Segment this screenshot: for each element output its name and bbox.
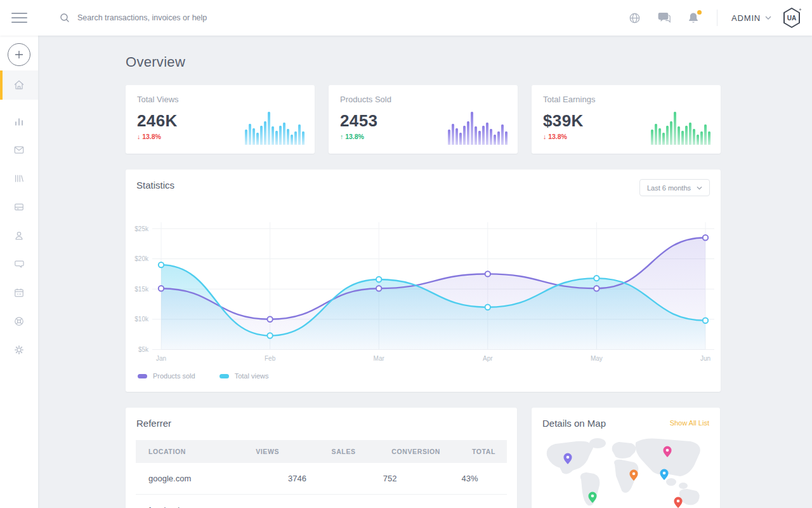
- page-title: Overview: [126, 54, 721, 70]
- add-button[interactable]: [8, 43, 30, 66]
- data-point: [267, 317, 272, 322]
- spark-bar: [662, 133, 665, 145]
- spark-bar: [275, 131, 278, 145]
- data-point: [485, 271, 490, 276]
- bottom-row: Referrer LOCATION VIEWS SALES CONVERSION…: [126, 408, 721, 508]
- spark-bar: [452, 124, 454, 145]
- spark-bar: [666, 126, 669, 145]
- spark-bar: [486, 123, 488, 145]
- table-cell: facebook.com: [136, 505, 247, 508]
- plus-icon: [14, 50, 24, 60]
- chevron-down-icon: [765, 16, 771, 20]
- spark-bar: [260, 126, 263, 145]
- data-point: [594, 286, 599, 291]
- spark-bar: [294, 131, 297, 145]
- legend-label: Products sold: [153, 372, 195, 380]
- column-header: VIEWS: [225, 448, 310, 455]
- table-row: facebook.com: [136, 495, 507, 508]
- svg-text:Jun: Jun: [700, 355, 710, 362]
- billing-card-icon: [13, 201, 25, 213]
- spark-bar: [475, 126, 477, 145]
- sparkline-bars: [651, 112, 710, 145]
- app-logo[interactable]: UA: [782, 7, 802, 29]
- map-pin-central-asia[interactable]: [660, 469, 669, 481]
- data-point: [703, 318, 708, 323]
- bar-chart-icon: [13, 115, 25, 128]
- data-point: [594, 276, 599, 281]
- sidebar-item-messages[interactable]: [0, 135, 38, 164]
- sidebar-item-home[interactable]: [0, 70, 38, 100]
- svg-text:$10k: $10k: [134, 316, 149, 323]
- column-header: TOTAL: [455, 448, 507, 455]
- sidebar-item-calendar[interactable]: [0, 278, 38, 307]
- sidebar-item-analytics[interactable]: [0, 107, 38, 135]
- sidebar-item-library[interactable]: [0, 164, 38, 192]
- legend-item: Products sold: [138, 372, 195, 380]
- map-panel: Details on Map Show All List: [532, 408, 720, 508]
- topbar: ADMIN UA: [0, 0, 812, 36]
- spark-bar: [459, 133, 462, 145]
- sidebar: [0, 36, 38, 508]
- card-label: Total Earnings: [543, 95, 709, 104]
- spark-bar: [455, 128, 458, 145]
- spark-bar: [655, 124, 657, 145]
- spark-bar: [298, 124, 301, 145]
- notifications-icon[interactable]: [688, 12, 699, 24]
- data-point: [376, 286, 381, 291]
- spark-bar: [463, 126, 466, 145]
- spark-bar: [256, 133, 259, 145]
- map-pin-oceania[interactable]: [674, 497, 683, 508]
- user-icon: [13, 229, 25, 242]
- svg-text:$20k: $20k: [134, 255, 149, 262]
- sidebar-item-billing[interactable]: [0, 192, 38, 221]
- stat-card-products-sold: Products Sold 2453 ↑ 13.8%: [329, 85, 518, 154]
- spark-bar: [272, 126, 274, 145]
- spark-bar: [708, 131, 710, 145]
- home-icon: [13, 79, 25, 91]
- spark-bar: [681, 131, 684, 145]
- show-all-list-link[interactable]: Show All List: [670, 419, 709, 427]
- legend-item: Total views: [219, 372, 269, 380]
- column-header: LOCATION: [136, 448, 225, 455]
- data-point: [159, 262, 164, 267]
- sidebar-item-settings[interactable]: [0, 335, 38, 364]
- main-content: Overview Total Views 246K ↓ 13.8% Produc…: [38, 36, 812, 508]
- admin-menu[interactable]: ADMIN: [731, 13, 771, 23]
- legend-swatch: [219, 374, 229, 378]
- range-selector[interactable]: Last 6 months: [639, 179, 710, 196]
- stat-card-total-views: Total Views 246K ↓ 13.8%: [126, 85, 315, 154]
- table-cell: 752: [347, 474, 433, 483]
- logo-text: UA: [787, 15, 796, 22]
- calendar-icon: [13, 286, 25, 299]
- spark-bar: [689, 123, 691, 145]
- referrer-table-header: LOCATION VIEWS SALES CONVERSION TOTAL: [136, 440, 507, 463]
- spark-bar: [482, 126, 485, 145]
- menu-toggle-icon[interactable]: [0, 13, 38, 23]
- chevron-down-icon: [697, 186, 702, 190]
- sidebar-item-support[interactable]: [0, 307, 38, 335]
- messages-icon[interactable]: [658, 12, 671, 23]
- sparkline-bars: [245, 112, 304, 145]
- statistics-title: Statistics: [136, 180, 174, 190]
- spark-bar: [283, 123, 285, 145]
- svg-text:Apr: Apr: [483, 355, 493, 362]
- column-header: CONVERSION: [377, 448, 455, 455]
- lifebuoy-icon: [13, 315, 25, 328]
- gear-icon: [13, 344, 25, 356]
- globe-icon[interactable]: [629, 12, 641, 24]
- search-input[interactable]: [76, 13, 292, 23]
- referrer-panel: Referrer LOCATION VIEWS SALES CONVERSION…: [126, 408, 517, 508]
- spark-bar: [264, 121, 266, 145]
- library-icon: [13, 172, 25, 185]
- spark-bar: [291, 135, 293, 145]
- sidebar-item-chat[interactable]: [0, 250, 38, 278]
- svg-text:Feb: Feb: [265, 355, 276, 362]
- data-point: [267, 333, 272, 338]
- spark-bar: [471, 112, 473, 145]
- spark-bar: [685, 126, 688, 145]
- table-cell: 43%: [433, 474, 507, 483]
- spark-bar: [658, 128, 661, 145]
- spark-bar: [651, 130, 653, 145]
- spark-bar: [494, 135, 496, 145]
- sidebar-item-profile[interactable]: [0, 221, 38, 250]
